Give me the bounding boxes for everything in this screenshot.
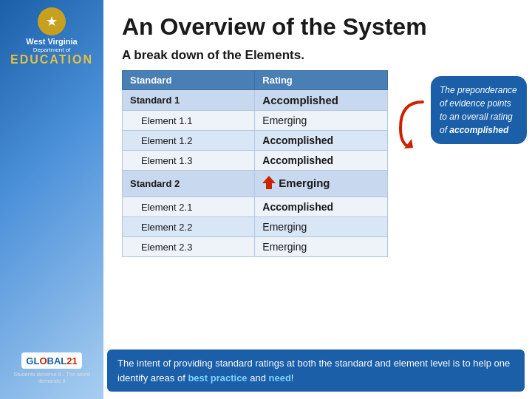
row-rating: Accomplished [255,151,388,171]
table-row: Element 2.3 Emerging [123,237,388,257]
col-header-rating: Rating [255,71,388,90]
col-header-standard: Standard [123,71,255,90]
table-row: Element 1.1 Emerging [123,111,388,131]
overview-table: Standard Rating Standard 1 Accomplished … [122,70,388,257]
page-title: An Overview of the System [122,13,517,41]
row-label: Element 1.1 [123,111,255,131]
table-row: Element 2.1 Accomplished [123,197,388,217]
global21-text: GLOBAL21 [26,355,77,366]
row-label: Element 2.3 [123,237,255,257]
row-rating: Emerging [255,171,388,197]
table-wrapper: Standard Rating Standard 1 Accomplished … [122,70,517,257]
table-row: Element 2.2 Emerging [123,217,388,237]
global21-tagline: Students deserve it - The world demands … [4,371,100,384]
row-rating: Emerging [255,111,388,131]
subtitle: A break down of the Elements. [122,48,517,63]
curved-arrow-icon [397,91,426,150]
table-row: Element 1.2 Accomplished [123,131,388,151]
row-rating: Accomplished [255,131,388,151]
main-content: An Overview of the System A break down o… [107,0,532,399]
row-label: Element 1.2 [123,131,255,151]
global21-logo: GLOBAL21 Students deserve it - The world… [4,352,100,384]
wv-logo-line1: West Virginia [26,37,77,47]
highlight-need: need [269,372,291,383]
wv-logo-dept: Department of [33,47,71,53]
wv-education-logo: ★ West Virginia Department of EDUCATION [4,7,100,66]
bottom-bar-text: The intent of providing standard ratings… [117,358,510,383]
row-label: Element 2.2 [123,217,255,237]
tooltip-area: The preponderance of evidence points to … [397,76,527,150]
svg-marker-0 [262,176,276,189]
row-rating: Accomplished [255,197,388,217]
row-rating: Emerging [255,217,388,237]
tooltip-box: The preponderance of evidence points to … [431,76,527,144]
table-row: Standard 1 Accomplished [123,90,388,111]
highlight-text: best practice [188,372,247,383]
row-rating: Accomplished [255,90,388,111]
table-row: Element 1.3 Accomplished [123,151,388,171]
row-label: Standard 2 [123,171,255,197]
global21-badge: GLOBAL21 [21,352,81,369]
table-row: Standard 2 Emerging [123,171,388,197]
wv-logo-edu: EDUCATION [10,53,93,66]
red-arrow-icon [262,174,276,191]
bottom-info-bar: The intent of providing standard ratings… [107,349,525,392]
tooltip-highlight: accomplished [449,125,508,135]
row-label: Standard 1 [123,90,255,111]
row-rating: Emerging [255,237,388,257]
row-label: Element 2.1 [123,197,255,217]
row-label: Element 1.3 [123,151,255,171]
